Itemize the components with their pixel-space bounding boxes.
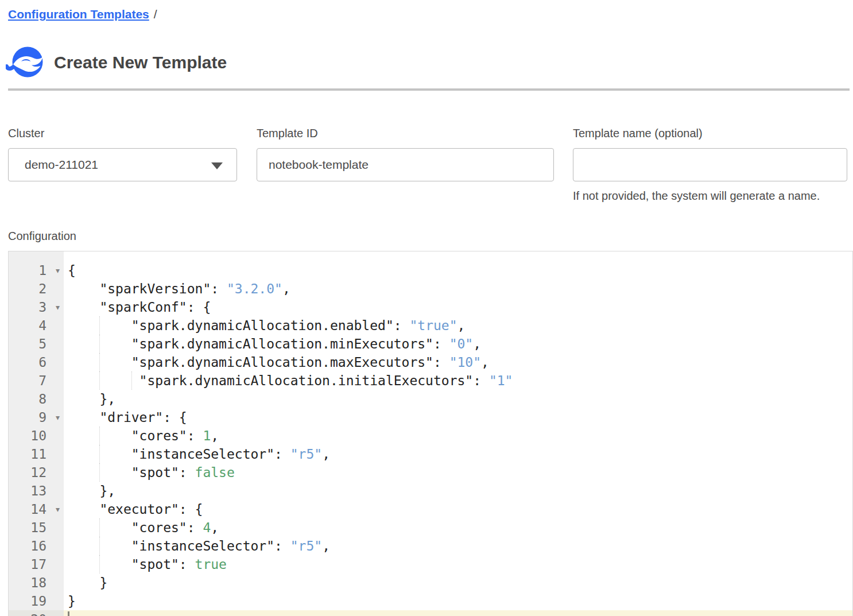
page-title: Create New Template: [54, 53, 227, 72]
code-line: "instanceSelector": "r5",: [64, 537, 852, 555]
gutter-line-number: 20: [9, 610, 64, 616]
gutter-line-number: 4: [9, 316, 64, 335]
gutter-line-number: 5: [9, 335, 64, 353]
gutter-line-number: 9▾: [9, 408, 64, 427]
code-line: "spark.dynamicAllocation.enabled": "true…: [64, 316, 852, 335]
gutter-line-number: 11: [9, 445, 64, 463]
create-template-page: Configuration Templates/ Create New Temp…: [0, 0, 853, 616]
gutter-line-number: 13: [9, 482, 64, 500]
code-line: }: [64, 592, 852, 610]
configuration-label: Configuration: [8, 230, 76, 243]
code-line: },: [64, 390, 852, 408]
code-line: },: [64, 482, 852, 500]
gutter-line-number: 15: [9, 518, 64, 537]
chevron-down-icon: [211, 162, 223, 169]
text-cursor: [68, 611, 69, 616]
gutter-line-number: 7: [9, 371, 64, 390]
code-line: "driver": {: [64, 408, 852, 427]
template-id-label: Template ID: [257, 125, 554, 141]
template-name-field: Template name (optional) If not provided…: [573, 125, 847, 203]
code-line: "executor": {: [64, 500, 852, 518]
code-line: "spark.dynamicAllocation.minExecutors": …: [64, 335, 852, 353]
header-divider: [8, 88, 850, 91]
cluster-label: Cluster: [8, 125, 237, 141]
code-line: "instanceSelector": "r5",: [64, 445, 852, 463]
code-line: }: [64, 574, 852, 592]
gutter-line-number: 14▾: [9, 500, 64, 518]
code-line: [64, 610, 852, 616]
fold-arrow-icon[interactable]: ▾: [56, 298, 60, 316]
editor-gutter: 1▾23▾456789▾1011121314▾151617181920: [9, 251, 64, 616]
ocean-wave-logo-icon: [6, 46, 44, 79]
cluster-field: Cluster demo-211021: [8, 125, 237, 181]
gutter-line-number: 8: [9, 390, 64, 408]
page-header: Create New Template: [6, 46, 227, 79]
breadcrumb-link-configuration-templates[interactable]: Configuration Templates: [8, 7, 149, 21]
gutter-line-number: 2: [9, 280, 64, 298]
template-name-input[interactable]: [573, 148, 847, 181]
template-name-helper-text: If not provided, the system will generat…: [573, 189, 847, 203]
code-line: "spark.dynamicAllocation.initialExecutor…: [64, 371, 852, 390]
template-id-field: Template ID: [257, 125, 554, 181]
code-line: "cores": 1,: [64, 427, 852, 445]
cluster-select[interactable]: demo-211021: [8, 148, 237, 181]
gutter-line-number: 17: [9, 555, 64, 574]
code-line: "spot": true: [64, 555, 852, 574]
code-line: "cores": 4,: [64, 518, 852, 537]
code-line: "sparkVersion": "3.2.0",: [64, 280, 852, 298]
gutter-line-number: 16: [9, 537, 64, 555]
configuration-code-editor[interactable]: 1▾23▾456789▾1011121314▾151617181920 { "s…: [8, 251, 853, 616]
gutter-line-number: 1▾: [9, 261, 64, 280]
gutter-line-number: 3▾: [9, 298, 64, 316]
gutter-line-number: 6: [9, 353, 64, 371]
gutter-line-number: 10: [9, 427, 64, 445]
cluster-select-value: demo-211021: [25, 158, 98, 172]
fold-arrow-icon[interactable]: ▾: [56, 408, 60, 427]
gutter-line-number: 12: [9, 463, 64, 482]
gutter-line-number: 19: [9, 592, 64, 610]
fold-arrow-icon[interactable]: ▾: [56, 500, 60, 518]
template-name-label: Template name (optional): [573, 125, 847, 141]
editor-code: { "sparkVersion": "3.2.0", "sparkConf": …: [64, 251, 852, 616]
code-line: "spark.dynamicAllocation.maxExecutors": …: [64, 353, 852, 371]
code-line: "sparkConf": {: [64, 298, 852, 316]
breadcrumb-separator: /: [154, 7, 157, 21]
code-line: "spot": false: [64, 463, 852, 482]
template-id-input[interactable]: [257, 148, 554, 181]
fold-arrow-icon[interactable]: ▾: [56, 261, 60, 280]
breadcrumb: Configuration Templates/: [8, 7, 157, 21]
code-line: {: [64, 261, 852, 280]
gutter-line-number: 18: [9, 574, 64, 592]
